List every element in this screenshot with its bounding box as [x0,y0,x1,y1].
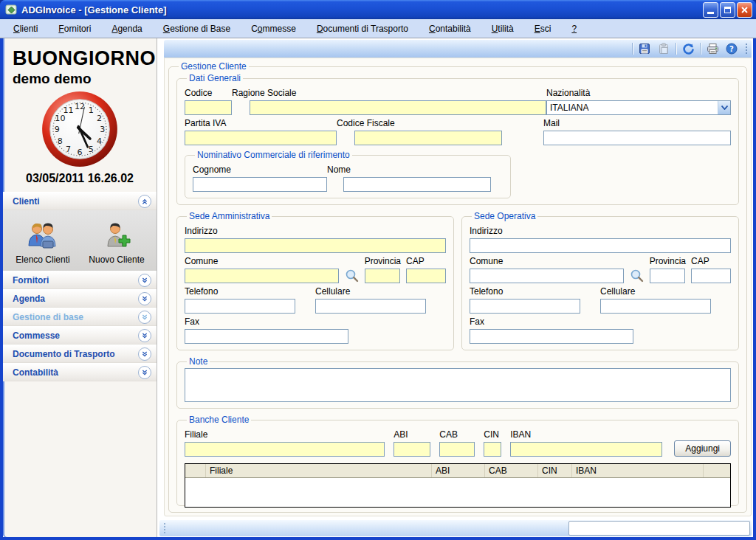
sidebar-group-contabilita[interactable]: Contabilità [3,363,157,381]
toolbar-separator [700,43,701,55]
toolbar-overflow-grip[interactable] [743,41,749,56]
paste-icon[interactable] [655,41,673,56]
help-icon[interactable]: ? [723,41,740,56]
mail-input[interactable] [543,131,731,145]
sede-oper-telefono-input[interactable] [470,299,580,314]
banche-cliente-group: Banche Cliente Filiale ABI CAB [176,415,739,506]
refresh-icon[interactable] [679,41,697,56]
window-title: ADGInvoice - [Gestione Cliente] [21,4,166,15]
aggiungi-button[interactable]: Aggiungi [674,440,731,457]
nazionalita-label: Nazionalità [546,88,731,98]
menu-documenti-di-trasporto[interactable]: Documenti di Trasporto [306,21,419,37]
maximize-icon[interactable] [720,2,735,18]
svg-text:2: 2 [97,114,102,123]
elenco-clienti-button[interactable]: Elenco Clienti [9,219,77,265]
sidebar-group-fornitori[interactable]: Fornitori [3,271,157,289]
menu-clienti[interactable]: Clienti [3,21,48,37]
user-name: demo demo [3,70,157,87]
sede-amm-indirizzo-input[interactable] [185,238,446,253]
abi-input[interactable] [394,442,430,457]
menu-gestione-di-base[interactable]: Gestione di Base [153,21,241,37]
sede-oper-fax-input[interactable] [470,329,633,344]
svg-text:11: 11 [63,105,74,115]
menu-agenda[interactable]: Agenda [101,21,152,37]
col-abi[interactable]: ABI [432,464,485,477]
nome-input[interactable] [343,177,491,192]
save-icon[interactable] [636,41,653,56]
menu-contabilita[interactable]: Contabilità [419,21,481,37]
ragione-sociale-label: Ragione Sociale [232,88,546,98]
double-chevron-down-icon[interactable] [138,347,151,361]
svg-text:?: ? [729,45,734,53]
col-cab[interactable]: CAB [485,464,538,477]
print-icon[interactable] [704,41,721,56]
close-icon[interactable] [737,2,752,18]
partita-iva-label: Partita IVA [185,118,337,128]
nome-label: Nome [327,165,491,175]
statusbar-input[interactable] [568,521,750,536]
sede-oper-comune-input[interactable] [470,269,624,283]
double-chevron-down-icon[interactable] [138,292,151,305]
cognome-label: Cognome [193,165,327,175]
menu-utilita[interactable]: Utilità [481,21,524,37]
sede-oper-indirizzo-input[interactable] [470,238,731,253]
sede-amm-telefono-input[interactable] [185,299,295,314]
col-filiale[interactable]: Filiale [206,464,432,477]
nazionalita-value: ITALIANA [547,103,718,113]
sede-amministrativa-group: Sede Amministrativa Indirizzo Comune [176,211,454,350]
codice-input[interactable] [185,100,232,115]
banche-table-header: Filiale ABI CAB CIN IBAN [185,464,730,478]
minimize-icon[interactable] [703,2,718,18]
sidebar-group-agenda[interactable]: Agenda [3,289,157,308]
codice-fiscale-input[interactable] [354,131,502,145]
nazionalita-select[interactable]: ITALIANA [546,100,731,115]
note-textarea[interactable] [185,368,731,402]
iban-input[interactable] [510,442,662,457]
svg-text:10: 10 [55,114,65,123]
sede-amm-cap-input[interactable] [406,269,446,283]
sidebar-group-documento-di-trasporto[interactable]: Documento di Trasporto [3,345,157,363]
search-icon[interactable] [344,268,360,283]
double-chevron-down-icon[interactable] [138,274,151,287]
cin-input[interactable] [484,442,501,457]
note-group: Note [176,356,739,409]
search-icon[interactable] [629,268,645,283]
svg-text:9: 9 [55,125,60,134]
sidebar-nav: Clienti [3,192,157,381]
nuovo-cliente-button[interactable]: Nuovo Cliente [83,219,151,265]
toolbar: ? [164,40,752,58]
menu-esci[interactable]: Esci [524,21,562,37]
svg-text:4: 4 [97,136,102,146]
cognome-input[interactable] [193,177,327,192]
sede-amm-provincia-input[interactable] [365,269,400,283]
nominativo-group: Nominativo Commerciale di riferimento Co… [185,150,511,198]
sede-amm-comune-input[interactable] [185,269,339,283]
sede-oper-cellulare-input[interactable] [600,299,711,314]
double-chevron-up-icon[interactable] [138,195,151,208]
double-chevron-down-icon[interactable] [138,311,151,324]
double-chevron-down-icon[interactable] [138,366,151,379]
menu-fornitori[interactable]: Fornitori [48,21,101,37]
clock-icon: 1212 345 678 91011 [41,90,119,168]
ragione-sociale-input[interactable] [250,100,546,115]
partita-iva-input[interactable] [185,131,337,145]
col-cin[interactable]: CIN [538,464,572,477]
chevron-down-icon[interactable] [718,101,730,114]
svg-text:5: 5 [89,145,94,154]
menu-help[interactable]: ? [561,21,587,37]
sede-amm-fax-input[interactable] [185,329,348,344]
double-chevron-down-icon[interactable] [138,329,151,342]
clienti-panel: Elenco Clienti Nuovo Clie [3,210,157,271]
sede-oper-provincia-input[interactable] [650,269,685,283]
sede-oper-cap-input[interactable] [691,269,731,283]
cab-input[interactable] [439,442,475,457]
statusbar-grip[interactable] [162,522,168,535]
sidebar-group-commesse[interactable]: Commesse [3,326,157,345]
sidebar-group-gestione-di-base[interactable]: Gestione di base [3,308,157,326]
sidebar-group-label: Clienti [13,196,40,207]
filiale-input[interactable] [185,442,385,457]
menu-commesse[interactable]: Commesse [241,21,306,37]
sede-amm-cellulare-input[interactable] [315,299,426,314]
col-iban[interactable]: IBAN [572,464,704,477]
sidebar-group-clienti[interactable]: Clienti [3,192,157,210]
